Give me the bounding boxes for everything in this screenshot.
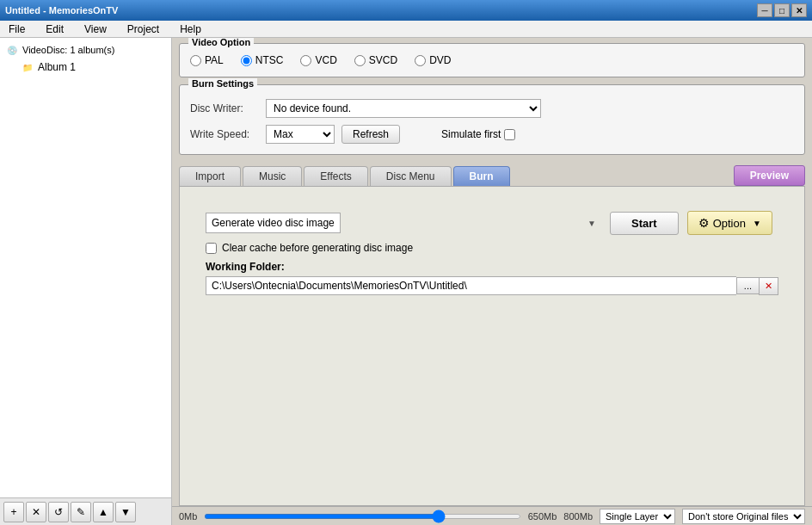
burn-settings-group: Burn Settings Disc Writer: No device fou…: [179, 84, 805, 155]
slider-container: [204, 514, 520, 519]
folder-input[interactable]: [206, 276, 736, 295]
video-option-label: Video Option: [188, 38, 254, 47]
status-0mb: 0Mb: [179, 511, 197, 522]
option-arrow-icon: ▼: [753, 219, 761, 228]
format-radio-group: PAL NTSC VCD SVCD: [190, 54, 794, 66]
status-650mb: 650Mb: [528, 511, 557, 522]
tree-root-text: VideoDisc: 1 album(s): [22, 45, 114, 55]
menu-help[interactable]: Help: [175, 22, 206, 37]
menu-view[interactable]: View: [79, 22, 112, 37]
radio-dvd[interactable]: DVD: [415, 54, 451, 66]
maximize-button[interactable]: □: [774, 3, 790, 17]
tree-album-label: Album 1: [38, 61, 76, 73]
tree-area: 💿 VideoDisc: 1 album(s) 📁 Album 1: [0, 38, 171, 497]
disc-writer-label: Disc Writer:: [190, 102, 259, 114]
add-button[interactable]: +: [3, 502, 24, 522]
disc-writer-row: Disc Writer: No device found.: [190, 99, 794, 118]
burn-panel: Generate video disc image Start ⚙ Option…: [192, 197, 792, 304]
tabs-row: Import Music Effects Disc Menu Burn Prev…: [172, 162, 812, 186]
tab-burn[interactable]: Burn: [453, 166, 510, 186]
simulate-label[interactable]: Simulate first: [441, 128, 515, 140]
title-bar: Untitled - MemoriesOnTV ─ □ ✕: [0, 0, 812, 21]
tab-disc-menu[interactable]: Disc Menu: [370, 166, 452, 186]
start-button[interactable]: Start: [610, 212, 679, 235]
move-down-button[interactable]: ▼: [115, 502, 136, 522]
disc-icon: 💿: [5, 43, 19, 57]
tree-album-item[interactable]: 📁 Album 1: [3, 59, 168, 76]
clear-folder-button[interactable]: ✕: [759, 277, 778, 295]
tree-toolbar: + ✕ ↺ ✎ ▲ ▼: [0, 497, 171, 525]
device-select-wrapper: No device found.: [266, 99, 541, 118]
close-button[interactable]: ✕: [791, 3, 807, 17]
refresh-button[interactable]: ↺: [48, 502, 69, 522]
tab-import[interactable]: Import: [179, 166, 241, 186]
upper-right: Video Option PAL NTSC VCD: [172, 38, 812, 162]
app-window: Untitled - MemoriesOnTV ─ □ ✕ File Edit …: [0, 0, 812, 525]
refresh-button[interactable]: Refresh: [341, 125, 400, 144]
remove-button[interactable]: ✕: [26, 502, 46, 522]
folder-section: Working Folder: ... ✕: [206, 261, 778, 295]
burn-content-area: ▽ hide Generate video disc image Start: [179, 186, 805, 506]
clear-cache-row[interactable]: Clear cache before generating disc image: [206, 242, 778, 254]
edit-button[interactable]: ✎: [71, 502, 91, 522]
tree-root: 💿 VideoDisc: 1 album(s) 📁 Album 1: [3, 41, 168, 76]
layer-select[interactable]: Single Layer: [600, 509, 675, 524]
menu-edit[interactable]: Edit: [40, 22, 69, 37]
radio-svcd[interactable]: SVCD: [354, 54, 397, 66]
title-buttons: ─ □ ✕: [757, 3, 807, 17]
radio-vcd[interactable]: VCD: [300, 54, 336, 66]
tree-root-label[interactable]: 💿 VideoDisc: 1 album(s): [3, 41, 168, 59]
burn-type-select[interactable]: Generate video disc image: [206, 213, 341, 233]
album-icon: 📁: [21, 60, 34, 74]
minimize-button[interactable]: ─: [757, 3, 772, 17]
app-title: Untitled - MemoriesOnTV: [5, 5, 118, 15]
clear-cache-label: Clear cache before generating disc image: [222, 242, 413, 254]
menu-file[interactable]: File: [3, 22, 30, 37]
radio-ntsc[interactable]: NTSC: [241, 54, 284, 66]
lower-bar: 0Mb 650Mb 800Mb Single Layer Don't store…: [172, 506, 812, 525]
tab-music[interactable]: Music: [243, 166, 302, 186]
speed-select[interactable]: Max: [266, 125, 335, 144]
video-option-group: Video Option PAL NTSC VCD: [179, 43, 805, 77]
option-button[interactable]: ⚙ Option ▼: [687, 211, 772, 235]
status-800mb: 800Mb: [563, 511, 593, 522]
store-select[interactable]: Don't store Original files: [682, 509, 805, 524]
burn-settings-label: Burn Settings: [188, 78, 257, 89]
preview-button[interactable]: Preview: [734, 165, 805, 186]
menu-bar: File Edit View Project Help: [0, 21, 812, 38]
gear-icon: ⚙: [698, 216, 710, 230]
write-speed-row: Write Speed: Max Refresh Simulate first: [190, 125, 794, 144]
write-speed-label: Write Speed:: [190, 128, 259, 140]
progress-slider[interactable]: [204, 514, 520, 519]
option-label: Option: [713, 217, 746, 230]
burn-action-row: Generate video disc image Start ⚙ Option…: [206, 211, 778, 235]
tabs-left: Import Music Effects Disc Menu Burn: [179, 166, 510, 186]
tab-effects[interactable]: Effects: [304, 166, 367, 186]
clear-cache-checkbox[interactable]: [206, 243, 217, 254]
left-panel: 💿 VideoDisc: 1 album(s) 📁 Album 1 + ✕ ↺ …: [0, 38, 172, 525]
radio-pal[interactable]: PAL: [190, 54, 224, 66]
menu-project[interactable]: Project: [122, 22, 164, 37]
right-side: Video Option PAL NTSC VCD: [172, 38, 812, 525]
folder-label: Working Folder:: [206, 261, 778, 273]
burn-type-wrapper: Generate video disc image: [206, 213, 601, 233]
browse-button[interactable]: ...: [736, 277, 759, 294]
device-select[interactable]: No device found.: [266, 99, 541, 118]
simulate-checkbox[interactable]: [504, 129, 515, 140]
move-up-button[interactable]: ▲: [93, 502, 114, 522]
folder-row: ... ✕: [206, 276, 778, 295]
content-area: 💿 VideoDisc: 1 album(s) 📁 Album 1 + ✕ ↺ …: [0, 38, 812, 525]
